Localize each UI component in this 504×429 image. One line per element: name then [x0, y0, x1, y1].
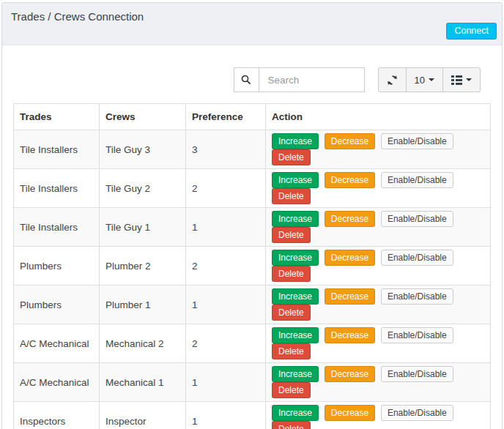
trades-crews-table: Trades Crews Preference Action Tile Inst… — [13, 103, 491, 429]
action-cell: Increase Decrease Enable/Disable Delete — [266, 286, 491, 324]
crew-cell: Tile Guy 2 — [100, 169, 186, 208]
enable-disable-button[interactable]: Enable/Disable — [381, 211, 453, 227]
decrease-button[interactable]: Decrease — [325, 133, 375, 149]
connect-button[interactable]: Connect — [446, 23, 497, 40]
refresh-icon — [387, 75, 398, 86]
increase-button[interactable]: Increase — [272, 288, 319, 305]
enable-disable-button[interactable]: Enable/Disable — [381, 172, 453, 188]
crew-cell: Tile Guy 1 — [100, 208, 186, 247]
search-input[interactable] — [259, 67, 365, 92]
increase-button[interactable]: Increase — [272, 405, 319, 421]
table-header: Trades Crews Preference Action — [14, 104, 491, 130]
search-group — [234, 67, 365, 92]
increase-button[interactable]: Increase — [272, 172, 319, 188]
preference-cell: 1 — [186, 208, 266, 247]
chevron-down-icon — [429, 78, 434, 81]
trades-crews-panel: Trades / Crews Connection Connect — [1, 2, 503, 429]
table-controls-group: 10 — [378, 67, 481, 92]
decrease-button[interactable]: Decrease — [325, 405, 375, 421]
action-cell: Increase Decrease Enable/Disable Delete — [266, 363, 491, 402]
decrease-button[interactable]: Decrease — [325, 250, 375, 266]
delete-button[interactable]: Delete — [272, 343, 311, 359]
delete-button[interactable]: Delete — [272, 266, 311, 282]
action-cell: Increase Decrease Enable/Disable Delete — [266, 402, 491, 429]
column-header-trades: Trades — [14, 104, 100, 130]
trade-cell: Tile Installers — [14, 130, 100, 169]
search-icon — [241, 75, 251, 85]
preference-cell: 1 — [186, 286, 266, 324]
table-row: A/C Mechanical Mechanical 2 2 Increase D… — [14, 324, 491, 363]
action-cell: Increase Decrease Enable/Disable Delete — [266, 208, 491, 247]
panel-body: 10 — [2, 45, 502, 429]
columns-list-icon — [451, 75, 462, 85]
action-cell: Increase Decrease Enable/Disable Delete — [266, 324, 491, 363]
column-header-preference: Preference — [186, 104, 266, 130]
column-header-action: Action — [266, 104, 491, 130]
crew-cell: Inspector — [100, 402, 186, 429]
trade-cell: Tile Installers — [14, 208, 100, 247]
table-row: A/C Mechanical Mechanical 1 1 Increase D… — [14, 363, 491, 402]
trade-cell: Tile Installers — [14, 169, 100, 208]
preference-cell: 2 — [186, 169, 266, 208]
delete-button[interactable]: Delete — [272, 188, 311, 204]
table-row: Plumbers Plumber 2 2 Increase Decrease E… — [14, 247, 491, 286]
table-header-row: Trades Crews Preference Action — [14, 104, 491, 130]
preference-cell: 1 — [186, 402, 266, 429]
delete-button[interactable]: Delete — [272, 149, 311, 165]
preference-cell: 3 — [186, 130, 266, 169]
increase-button[interactable]: Increase — [272, 250, 319, 266]
table-row: Tile Installers Tile Guy 3 3 Increase De… — [14, 130, 491, 169]
delete-button[interactable]: Delete — [272, 305, 311, 321]
chevron-down-icon — [466, 78, 472, 81]
page-size-value: 10 — [415, 75, 425, 86]
decrease-button[interactable]: Decrease — [325, 211, 375, 227]
trade-cell: Plumbers — [14, 247, 100, 286]
enable-disable-button[interactable]: Enable/Disable — [381, 405, 453, 421]
action-cell: Increase Decrease Enable/Disable Delete — [266, 247, 491, 286]
table-row: Tile Installers Tile Guy 1 1 Increase De… — [14, 208, 491, 247]
preference-cell: 2 — [186, 324, 266, 363]
decrease-button[interactable]: Decrease — [325, 366, 375, 382]
action-cell: Increase Decrease Enable/Disable Delete — [266, 130, 491, 169]
page-title: Trades / Crews Connection — [2, 3, 502, 23]
decrease-button[interactable]: Decrease — [325, 327, 375, 343]
panel-heading: Trades / Crews Connection Connect — [2, 3, 502, 45]
crew-cell: Plumber 1 — [100, 286, 186, 324]
columns-dropdown[interactable] — [443, 67, 481, 92]
increase-button[interactable]: Increase — [272, 211, 319, 227]
search-submit-button[interactable] — [234, 67, 259, 92]
enable-disable-button[interactable]: Enable/Disable — [381, 366, 453, 382]
delete-button[interactable]: Delete — [272, 227, 311, 243]
page-size-dropdown[interactable]: 10 — [407, 67, 443, 92]
enable-disable-button[interactable]: Enable/Disable — [381, 327, 453, 343]
enable-disable-button[interactable]: Enable/Disable — [381, 133, 453, 149]
table-toolbar: 10 — [13, 67, 491, 92]
crew-cell: Mechanical 1 — [100, 363, 186, 402]
crew-cell: Tile Guy 3 — [100, 130, 186, 169]
table-row: Tile Installers Tile Guy 2 2 Increase De… — [14, 169, 491, 208]
crew-cell: Mechanical 2 — [100, 324, 186, 363]
enable-disable-button[interactable]: Enable/Disable — [381, 250, 453, 266]
refresh-button[interactable] — [378, 67, 407, 92]
table-row: Plumbers Plumber 1 1 Increase Decrease E… — [14, 286, 491, 324]
preference-cell: 2 — [186, 247, 266, 286]
column-header-crews: Crews — [100, 104, 186, 130]
increase-button[interactable]: Increase — [272, 133, 319, 149]
action-cell: Increase Decrease Enable/Disable Delete — [266, 169, 491, 208]
decrease-button[interactable]: Decrease — [325, 288, 375, 305]
trade-cell: Inspectors — [14, 402, 100, 429]
trade-cell: A/C Mechanical — [14, 363, 100, 402]
increase-button[interactable]: Increase — [272, 327, 319, 343]
table-body: Tile Installers Tile Guy 3 3 Increase De… — [14, 130, 491, 429]
table-row: Inspectors Inspector 1 Increase Decrease… — [14, 402, 491, 429]
enable-disable-button[interactable]: Enable/Disable — [381, 288, 453, 305]
crew-cell: Plumber 2 — [100, 247, 186, 286]
trade-cell: A/C Mechanical — [14, 324, 100, 363]
increase-button[interactable]: Increase — [272, 366, 319, 382]
trade-cell: Plumbers — [14, 286, 100, 324]
delete-button[interactable]: Delete — [272, 421, 311, 429]
page: Trades / Crews Connection Connect — [0, 0, 504, 429]
delete-button[interactable]: Delete — [272, 382, 311, 398]
preference-cell: 1 — [186, 363, 266, 402]
decrease-button[interactable]: Decrease — [325, 172, 375, 188]
